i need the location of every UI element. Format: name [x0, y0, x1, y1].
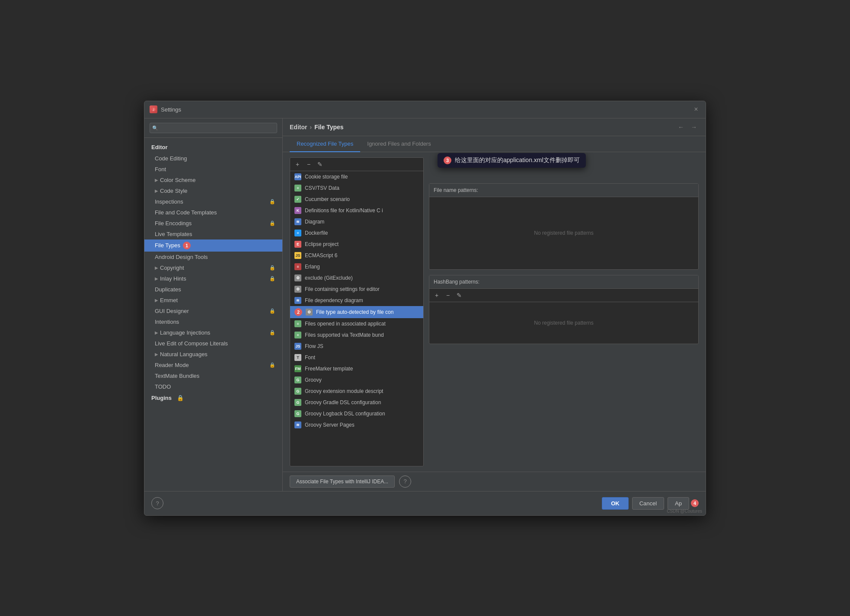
title-bar: J Settings ×: [144, 101, 706, 118]
patterns-header: File name patterns:: [429, 184, 698, 197]
lock-icon: 🔒: [269, 276, 275, 281]
list-item[interactable]: JS Flow JS: [290, 341, 423, 352]
edit-button[interactable]: ✎: [315, 160, 325, 169]
file-label: Definitions file for Kotlin/Native C i: [305, 207, 383, 214]
item-label: Natural Languages: [160, 351, 208, 357]
file-label: Flow JS: [305, 343, 323, 349]
sidebar-section-editor[interactable]: Editor: [144, 141, 282, 153]
list-item[interactable]: ≡ Files opened in associated applicat: [290, 318, 423, 329]
sidebar-item-reader-mode[interactable]: Reader Mode 🔒: [144, 360, 282, 370]
tabs-bar: Recognized File Types Ignored Files and …: [283, 136, 706, 152]
file-label: Groovy Gradle DSL configuration: [305, 399, 381, 405]
file-label: Eclipse project: [305, 241, 339, 247]
list-item[interactable]: API Cookie storage file: [290, 171, 423, 182]
associate-help-button[interactable]: ?: [399, 476, 411, 488]
search-box: 🔍: [144, 118, 282, 138]
file-icon: FM: [294, 365, 301, 372]
file-icon: T: [294, 354, 301, 361]
list-item[interactable]: ≋ Groovy Server Pages: [290, 419, 423, 431]
sidebar-item-font[interactable]: Font: [144, 164, 282, 175]
remove-button[interactable]: −: [304, 160, 313, 169]
hashbang-edit-button[interactable]: ✎: [454, 290, 464, 300]
patterns-body: No registered file patterns: [429, 197, 698, 269]
list-item[interactable]: ≡ CSV/TSV Data: [290, 182, 423, 194]
hashbang-add-button[interactable]: +: [432, 290, 441, 300]
list-item[interactable]: ≋ Diagram: [290, 216, 423, 227]
file-label: CSV/TSV Data: [305, 185, 339, 191]
list-item[interactable]: ⚙ exclude (GitExclude): [290, 272, 423, 284]
list-item[interactable]: ✓ Cucumber scenario: [290, 194, 423, 205]
sidebar-item-code-editing[interactable]: Code Editing: [144, 153, 282, 164]
sidebar-section-plugins[interactable]: Plugins 🔒: [144, 392, 282, 404]
item-label: Code Style: [160, 188, 188, 194]
plugins-lock-icon: 🔒: [177, 395, 184, 401]
sidebar-item-android-design[interactable]: Android Design Tools: [144, 252, 282, 262]
list-item[interactable]: ⚙ File containing settings for editor: [290, 284, 423, 295]
tab-recognized[interactable]: Recognized File Types: [290, 136, 360, 152]
add-button[interactable]: +: [293, 160, 302, 169]
sidebar-item-file-types[interactable]: File Types 1: [144, 239, 282, 252]
list-item[interactable]: G Groovy: [290, 374, 423, 386]
list-item[interactable]: ≋ File dependency diagram: [290, 295, 423, 306]
sidebar-item-file-code-templates[interactable]: File and Code Templates: [144, 207, 282, 218]
list-item[interactable]: ≡ Dockerfile: [290, 227, 423, 239]
lock-icon: 🔒: [269, 308, 275, 314]
list-item[interactable]: E Eclipse project: [290, 239, 423, 250]
file-icon: ⚙: [294, 286, 301, 293]
sidebar-item-copyright[interactable]: ▶ Copyright 🔒: [144, 262, 282, 273]
sidebar-item-file-encodings[interactable]: File Encodings 🔒: [144, 218, 282, 229]
sidebar-item-gui-designer[interactable]: GUI Designer 🔒: [144, 306, 282, 316]
list-item[interactable]: K Definitions file for Kotlin/Native C i: [290, 205, 423, 216]
ok-button[interactable]: OK: [602, 497, 629, 510]
apply-button[interactable]: Ap: [668, 497, 689, 510]
item-label: Inlay Hints: [160, 275, 186, 282]
nav-back-arrow[interactable]: ←: [676, 123, 686, 131]
sidebar-item-intentions[interactable]: Intentions: [144, 316, 282, 327]
hashbang-remove-button[interactable]: −: [443, 290, 453, 300]
apply-area: Ap 4: [668, 497, 699, 510]
lock-icon: 🔒: [269, 330, 275, 335]
sidebar-item-code-style[interactable]: ▶ Code Style: [144, 185, 282, 196]
sidebar-item-color-scheme[interactable]: ▶ Color Scheme: [144, 175, 282, 185]
associate-button[interactable]: Associate File Types with IntelliJ IDEA.…: [290, 476, 395, 488]
item-label: Android Design Tools: [155, 254, 208, 260]
close-button[interactable]: ×: [692, 105, 700, 114]
lock-icon: 🔒: [269, 199, 275, 204]
help-button[interactable]: ?: [151, 497, 163, 509]
sidebar-item-duplicates[interactable]: Duplicates: [144, 284, 282, 295]
sidebar-item-live-edit[interactable]: Live Edit of Compose Literals: [144, 338, 282, 349]
sidebar-item-live-templates[interactable]: Live Templates: [144, 229, 282, 239]
sidebar-item-inspections[interactable]: Inspections 🔒: [144, 196, 282, 207]
file-label: ECMAScript 6: [305, 252, 337, 259]
tab-ignored[interactable]: Ignored Files and Folders: [360, 136, 438, 152]
sidebar-item-todo[interactable]: TODO: [144, 381, 282, 392]
expand-icon: ▶: [155, 265, 158, 270]
main-content: Editor › File Types ← → Recognized File …: [283, 118, 706, 491]
item-label: Emmet: [160, 297, 178, 303]
list-item[interactable]: G Groovy Gradle DSL configuration: [290, 397, 423, 408]
list-item[interactable]: G Groovy extension module descript: [290, 386, 423, 397]
file-label: Font: [305, 354, 315, 361]
cancel-button[interactable]: Cancel: [632, 497, 664, 510]
list-item[interactable]: ≡ Erlang: [290, 261, 423, 272]
list-item[interactable]: T Font: [290, 352, 423, 363]
sidebar: 🔍 Editor Code Editing Font ▶ Color Schem…: [144, 118, 283, 491]
item-label: Color Scheme: [160, 177, 195, 183]
search-input[interactable]: [150, 123, 277, 133]
patterns-section: File name patterns: No registered file p…: [429, 183, 699, 270]
list-item[interactable]: FM FreeMarker template: [290, 363, 423, 374]
sidebar-item-emmet[interactable]: ▶ Emmet: [144, 295, 282, 306]
breadcrumb: Editor › File Types: [290, 124, 344, 131]
list-item-selected[interactable]: 2 ⚙ File type auto-detected by file con: [290, 306, 423, 318]
list-item[interactable]: JS ECMAScript 6: [290, 250, 423, 261]
sidebar-item-language-injections[interactable]: ▶ Language Injections 🔒: [144, 327, 282, 338]
list-item[interactable]: ≡ Files supported via TextMate bund: [290, 329, 423, 341]
sidebar-item-natural-langs[interactable]: ▶ Natural Languages: [144, 349, 282, 360]
plugins-label: Plugins: [151, 395, 172, 401]
file-types-badge: 1: [183, 242, 191, 249]
list-item[interactable]: G Groovy Logback DSL configuration: [290, 408, 423, 419]
hashbang-body: No registered file patterns: [429, 302, 698, 344]
sidebar-item-inlay-hints[interactable]: ▶ Inlay Hints 🔒: [144, 273, 282, 284]
sidebar-item-textmate[interactable]: TextMate Bundles: [144, 370, 282, 381]
nav-forward-arrow[interactable]: →: [689, 123, 699, 131]
